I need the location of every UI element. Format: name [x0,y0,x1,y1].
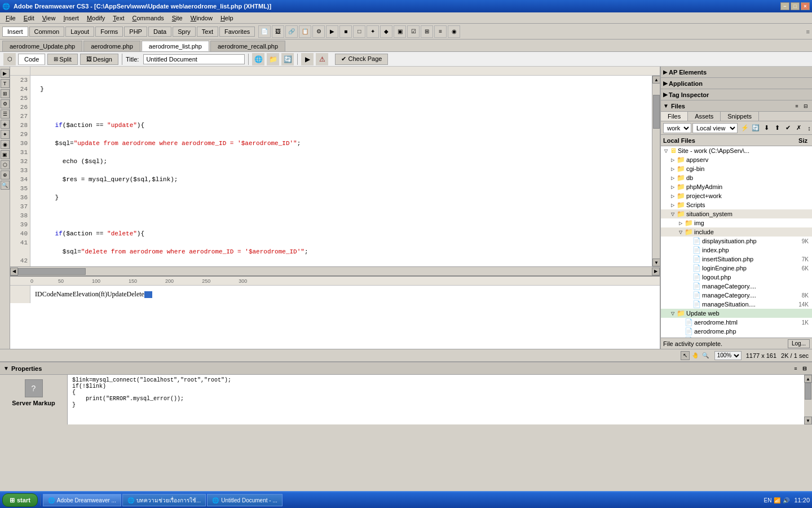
taskbar-dreamweaver[interactable]: 🌐 Adobe Dreamweaver ... [43,494,121,506]
data-tab[interactable]: Data [148,27,171,37]
hand-tool-icon[interactable]: 🤚 [691,351,700,360]
tree-img[interactable]: ▷ 📁 img [661,218,812,227]
insert-btn-8[interactable]: □ [353,25,365,38]
check-page-btn[interactable]: ✔ Check Page [335,54,388,65]
hscroll-thumb[interactable] [18,268,86,275]
insert-common-tab[interactable]: Insert [2,27,28,37]
insert-btn-2[interactable]: 🖼 [272,25,284,38]
insert-btn-4[interactable]: 📋 [299,25,311,38]
tree-logout[interactable]: 📄 logout.php [661,273,812,282]
left-btn-8[interactable]: ◉ [1,140,10,149]
zoom-tool-icon[interactable]: 🔍 [701,351,710,360]
files-collapse-icon[interactable]: ⊟ [802,102,810,110]
properties-code-area[interactable]: $link=mysql_connect("localhost","root","… [68,375,804,424]
tree-managecategory1[interactable]: 📄 manageCategory.... [661,282,812,291]
forms-tab[interactable]: Forms [95,27,123,37]
properties-vscroll[interactable]: ▲ ▼ [804,375,812,424]
tree-toggle-appserv[interactable]: ▷ [669,156,677,164]
insert-btn-15[interactable]: ◉ [448,25,460,38]
split-view-button[interactable]: ⊞ Split [47,54,77,65]
title-input[interactable] [143,54,245,64]
ap-expand-icon[interactable]: ▶ [663,69,668,75]
menu-text[interactable]: Text [109,14,127,23]
menu-commands[interactable]: Commands [129,14,167,23]
insert-btn-7[interactable]: ■ [339,25,352,38]
insert-btn-9[interactable]: ✦ [367,25,379,38]
files-expand-icon[interactable]: ▼ [663,103,669,109]
vscroll-up[interactable]: ▲ [652,76,660,84]
tree-toggle-projectwork[interactable]: ▷ [669,192,677,200]
left-btn-2[interactable]: T [1,79,10,88]
left-btn-12[interactable]: 🔍 [1,181,10,190]
menu-file[interactable]: File [2,14,19,23]
doc-tab-aerodrome-recall[interactable]: aerodrome_recall.php [210,41,285,51]
application-expand-icon[interactable]: ▶ [663,80,668,86]
tree-aerodrome-php[interactable]: 📄 aerodrome.php [661,327,812,336]
tree-toggle-db[interactable]: ▷ [669,174,677,182]
debug-btn[interactable]: ⚠ [316,53,328,65]
tree-situation[interactable]: ▽ 📁 situation_system [661,209,812,218]
tree-insertsituation[interactable]: 📄 insertSituation.php 7K [661,255,812,264]
connect-btn[interactable]: ⚡ [740,123,750,133]
taskbar-browser[interactable]: 🌐 บทความช่วยเรื่องการใช้... [122,494,206,506]
insert-btn-13[interactable]: ⊞ [421,25,433,38]
log-button[interactable]: Log... [788,339,810,348]
vscroll-down[interactable]: ▼ [652,259,660,266]
tree-loginengine[interactable]: 📄 loginEngine.php 6K [661,264,812,273]
tree-appserv[interactable]: ▷ 📁 appserv [661,155,812,164]
menu-modify[interactable]: Modify [83,14,108,23]
tree-cgibin[interactable]: ▷ 📁 cgi-bin [661,164,812,173]
minimize-button[interactable]: − [780,2,789,10]
tab-snippets[interactable]: Snippets [721,112,759,121]
tree-toggle-uw[interactable]: ▽ [669,309,677,317]
insert-btn-14[interactable]: ≡ [434,25,447,38]
code-text[interactable]: } if($action == "update"){ $sql="update … [30,76,652,266]
select-tool-icon[interactable]: ↖ [681,351,690,360]
properties-expand-icon[interactable]: ▼ [3,365,9,371]
menu-edit[interactable]: Edit [20,14,38,23]
tree-toggle-phpmyadmin[interactable]: ▷ [669,183,677,191]
tree-include[interactable]: ▽ 📁 include [661,227,812,237]
tree-updateweb[interactable]: ▽ 📁 Update web [661,309,812,318]
insert-btn-1[interactable]: 📄 [258,25,271,38]
site-dropdown[interactable]: work [663,123,691,133]
left-btn-5[interactable]: ☰ [1,110,10,119]
tree-site-root[interactable]: ▽ 🖥 Site - work (C:\AppServ\... [661,146,812,155]
insert-btn-11[interactable]: ▣ [394,25,406,38]
tree-scripts[interactable]: ▷ 📁 Scripts [661,200,812,209]
tree-aerodrome-html[interactable]: 📄 aerodrome.html 1K [661,318,812,327]
left-btn-10[interactable]: ⬡ [1,160,10,169]
tab-assets[interactable]: Assets [688,112,721,121]
tree-db[interactable]: ▷ 📁 db [661,173,812,182]
get-files-btn[interactable]: ⬇ [761,123,771,133]
taskbar-untitled[interactable]: 🌐 Untitled Document - ... [207,494,282,506]
view-dropdown[interactable]: Local view Remote view Testing server [692,123,738,133]
design-view-button[interactable]: 🖼 Design [80,54,118,65]
tree-toggle-site[interactable]: ▽ [662,147,670,155]
tree-toggle-situation[interactable]: ▽ [669,210,677,218]
insert-btn-3[interactable]: 🔗 [285,25,298,38]
code-vscroll[interactable]: ▲ ▼ [652,76,660,266]
prop-vscroll-thumb[interactable] [805,383,811,400]
insert-btn-10[interactable]: ◆ [380,25,392,38]
live-view-btn[interactable]: ▶ [301,53,314,65]
maximize-button[interactable]: □ [791,2,800,10]
tree-displaysituation[interactable]: 📄 displaysituation.php 9K [661,237,812,246]
left-btn-6[interactable]: ◈ [1,120,10,129]
tree-toggle-img[interactable]: ▷ [677,219,685,227]
tree-projectwork[interactable]: ▷ 📁 project+work [661,191,812,200]
menu-help[interactable]: Help [217,14,237,23]
code-view-button[interactable]: Code [18,54,45,65]
favorites-tab[interactable]: Favorites [219,27,255,37]
refresh-files-btn[interactable]: 🔄 [751,123,761,133]
vscroll-thumb[interactable] [653,95,660,129]
hscroll-right[interactable]: ▶ [652,268,660,275]
menu-insert[interactable]: Insert [60,14,82,23]
insert-btn-12[interactable]: ☑ [407,25,420,38]
hscroll-left[interactable]: ◀ [10,268,18,275]
menu-site[interactable]: Site [169,14,186,23]
tree-toggle-scripts[interactable]: ▷ [669,201,677,209]
browser-preview-btn[interactable]: 🌐 [252,53,264,65]
insert-btn-5[interactable]: ⚙ [312,25,325,38]
text-tab[interactable]: Text [197,27,218,37]
